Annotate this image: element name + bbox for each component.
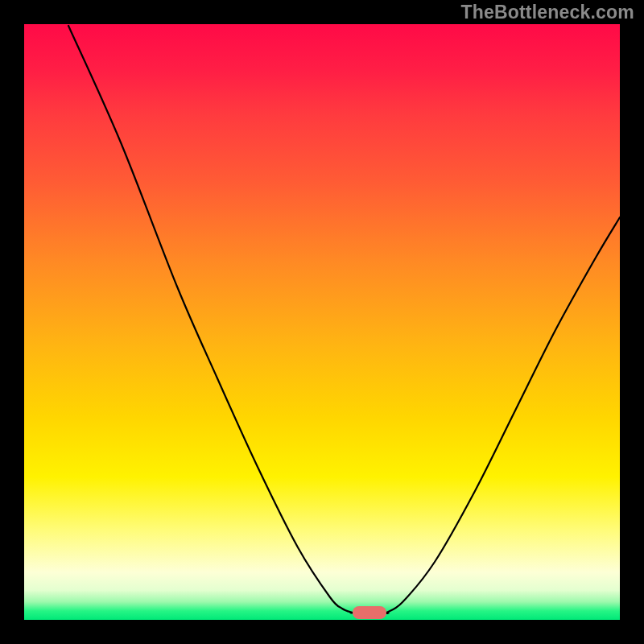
bottleneck-curve bbox=[24, 24, 620, 620]
chart-frame: TheBottleneck.com bbox=[0, 0, 644, 644]
plot-area bbox=[24, 24, 620, 620]
optimum-marker bbox=[353, 606, 386, 619]
curve-path bbox=[68, 26, 620, 613]
watermark-text: TheBottleneck.com bbox=[460, 2, 634, 23]
